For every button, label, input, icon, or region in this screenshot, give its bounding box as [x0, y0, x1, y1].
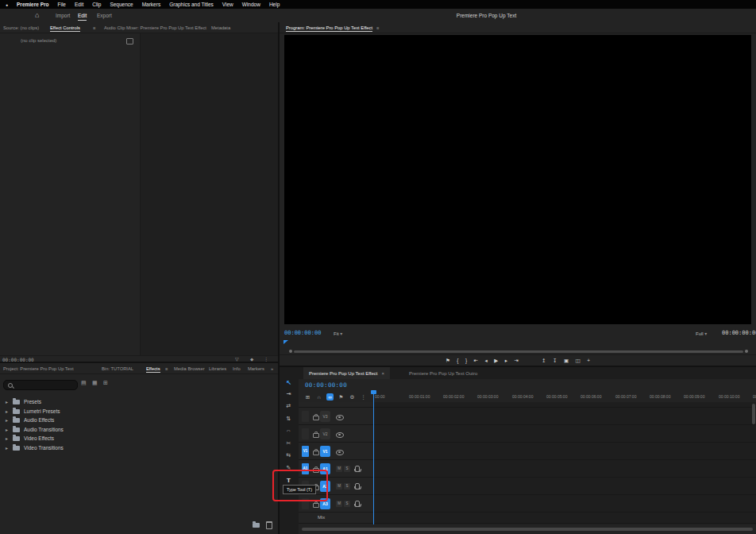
playhead-handle[interactable]	[371, 390, 376, 394]
tab-bin-tutorial[interactable]: Bin: TUTORIAL	[102, 366, 133, 371]
snap-icon[interactable]: ∩	[315, 393, 322, 400]
chevron-right-icon[interactable]: ▸	[6, 417, 8, 423]
toggle-track-output-icon[interactable]	[336, 432, 344, 438]
list-item[interactable]: ▸ Audio Transitions	[0, 425, 278, 435]
tab-program-monitor[interactable]: Program: Premiere Pro Pop Up Text Effect	[286, 25, 372, 32]
go-to-out-icon[interactable]: ⇥	[515, 358, 519, 364]
tab-sequence-active[interactable]: Premiere Pro Pop Up Text Effect ×	[303, 367, 390, 379]
tab-effects[interactable]: Effects	[146, 366, 160, 373]
playback-resolution-dropdown[interactable]: Full ▾	[696, 331, 707, 336]
vertical-scrollbar[interactable]	[752, 404, 755, 424]
selection-tool[interactable]: ↖	[280, 379, 298, 386]
chevron-right-icon[interactable]: ▸	[6, 435, 8, 441]
icon-view-icon[interactable]: ▦	[92, 380, 98, 386]
delete-icon[interactable]	[266, 521, 272, 529]
list-view-icon[interactable]: ▤	[81, 380, 87, 386]
menu-file[interactable]: File	[58, 2, 66, 7]
comparison-view-icon[interactable]: ◫	[576, 358, 580, 364]
track-target-button[interactable]: V3	[320, 411, 330, 422]
zoom-level-dropdown[interactable]: Fit ▾	[334, 331, 342, 336]
nest-toggle-icon[interactable]: ⊞	[304, 393, 311, 400]
chevron-right-icon[interactable]: ▸	[6, 399, 8, 404]
new-bin-icon[interactable]	[253, 523, 260, 528]
track-row-mix[interactable]: Mix	[299, 513, 756, 524]
source-patch-button[interactable]	[302, 428, 309, 439]
razor-tool[interactable]: ✂	[280, 440, 298, 447]
tab-effect-controls[interactable]: Effect Controls	[50, 25, 80, 32]
zoom-scroll-handle-right[interactable]	[745, 350, 748, 353]
panel-menu-icon[interactable]: ≡	[376, 25, 379, 30]
menu-sequence[interactable]: Sequence	[110, 2, 133, 7]
tab-import[interactable]: Import	[56, 13, 70, 18]
home-icon[interactable]: ⌂	[35, 11, 39, 19]
track-row-v2[interactable]: V2	[299, 425, 756, 443]
panel-divider[interactable]	[0, 362, 280, 363]
menu-edit[interactable]: Edit	[75, 2, 83, 7]
menu-markers[interactable]: Markers	[142, 2, 160, 7]
rate-stretch-tool[interactable]: ⇔	[280, 428, 298, 433]
new-custom-bin-icon[interactable]: ⊞	[103, 380, 108, 386]
list-item[interactable]: ▸ Audio Effects	[0, 416, 278, 425]
effects-search-box[interactable]	[3, 380, 78, 390]
ripple-edit-tool[interactable]: ⇄	[280, 403, 298, 409]
menu-window[interactable]: Window	[242, 2, 260, 7]
tab-metadata[interactable]: Metadata	[211, 25, 230, 30]
track-select-forward-tool[interactable]: ⇥	[280, 391, 298, 397]
slip-tool[interactable]: ⇆	[280, 452, 298, 459]
timeline-ruler[interactable]: 00:00 00:00:01:00 00:00:02:00 00:00:03:0…	[373, 392, 756, 403]
track-row-v1[interactable]: V1 V1	[299, 443, 756, 460]
pin-icon[interactable]	[126, 38, 133, 44]
step-back-icon[interactable]: ◂	[485, 358, 488, 364]
timeline-timecode[interactable]: 00:00:00:00	[305, 381, 347, 389]
track-row-a1[interactable]: A1 A1 M S	[299, 460, 756, 478]
program-playhead[interactable]	[284, 340, 288, 344]
solo-button[interactable]: S	[344, 483, 350, 489]
close-icon[interactable]: ×	[381, 371, 384, 376]
options-icon[interactable]: ⋮	[264, 356, 268, 362]
lock-icon[interactable]	[313, 503, 319, 508]
tab-source-monitor[interactable]: Source: (no clips)	[3, 25, 39, 30]
horizontal-scrollbar[interactable]	[302, 528, 753, 531]
menu-clip[interactable]: Clip	[92, 2, 101, 7]
keyframe-icon[interactable]: ◆	[250, 357, 253, 362]
track-target-button[interactable]: V2	[320, 428, 330, 439]
source-patch-button[interactable]: V1	[302, 446, 309, 457]
search-input[interactable]	[14, 381, 77, 389]
go-to-in-icon[interactable]: ⇤	[474, 358, 478, 364]
chevron-right-icon[interactable]: ▸	[6, 445, 8, 451]
linked-selection-icon[interactable]: ∞	[326, 393, 334, 400]
play-icon[interactable]: ▶	[494, 358, 498, 364]
mute-button[interactable]: M	[336, 483, 342, 489]
tab-overflow-icon[interactable]: »	[271, 366, 273, 371]
list-item[interactable]: ▸ Video Effects	[0, 434, 278, 443]
add-marker-icon[interactable]: ⚑	[338, 393, 345, 400]
toggle-track-output-icon[interactable]	[336, 415, 344, 420]
program-mini-ruler[interactable]	[280, 339, 756, 348]
track-target-button[interactable]: V1	[320, 446, 330, 457]
toggle-track-output-icon[interactable]	[336, 450, 344, 455]
list-item[interactable]: ▸ Presets	[0, 397, 278, 407]
add-marker-icon[interactable]: ⚑	[446, 358, 450, 364]
menu-view[interactable]: View	[222, 2, 233, 7]
tab-info[interactable]: Info	[233, 366, 241, 371]
export-frame-icon[interactable]: ▣	[564, 358, 569, 364]
lock-icon[interactable]	[313, 416, 319, 420]
lock-icon[interactable]	[313, 433, 319, 438]
tab-audio-clip-mixer[interactable]: Audio Clip Mixer: Premiere Pro Pop Up Te…	[104, 25, 206, 30]
filter-icon[interactable]: ▽	[235, 356, 239, 362]
track-row-v3[interactable]: V3	[299, 408, 756, 425]
tab-project[interactable]: Project: Premiere Pro Pop Up Text	[3, 366, 74, 371]
program-timecode[interactable]: 00:00:00:00	[284, 330, 321, 336]
mute-button[interactable]: M	[336, 501, 342, 507]
panel-menu-icon[interactable]: ≡	[93, 25, 95, 30]
tab-edit[interactable]: Edit	[78, 13, 87, 21]
panel-menu-icon[interactable]: ≡	[165, 366, 168, 371]
solo-button[interactable]: S	[344, 466, 350, 472]
chevron-right-icon[interactable]: ▸	[6, 408, 8, 414]
voiceover-record-icon[interactable]	[355, 501, 360, 507]
more-options-icon[interactable]: ⋮	[360, 393, 367, 400]
voiceover-record-icon[interactable]	[355, 483, 360, 489]
tab-media-browser[interactable]: Media Browser	[174, 366, 205, 371]
source-patch-button[interactable]	[302, 411, 309, 422]
chevron-right-icon[interactable]: ▸	[6, 427, 8, 432]
